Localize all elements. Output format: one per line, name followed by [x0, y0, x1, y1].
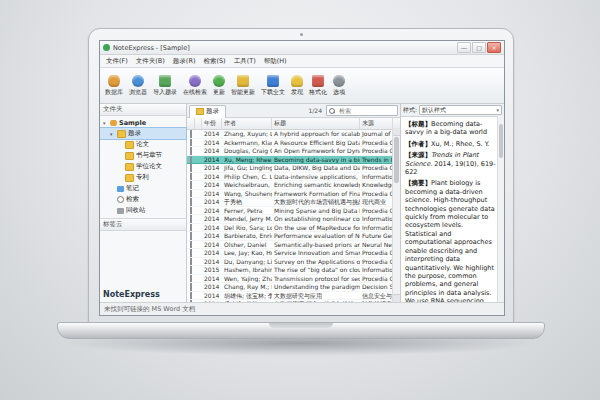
maximize-button[interactable]: □: [472, 42, 486, 53]
folder-tree-item[interactable]: ▾ Sample: [100, 117, 186, 128]
folder-tree-item[interactable]: 笔记: [100, 183, 186, 194]
style-dropdown-value: 默认样式: [422, 106, 446, 115]
toolbar-button[interactable]: 导入题录: [150, 69, 180, 102]
minimize-button[interactable]: —: [457, 42, 471, 53]
toolbar-button[interactable]: 发现: [288, 69, 306, 102]
toolbar-button[interactable]: 浏览器: [126, 69, 150, 102]
column-flag: [195, 118, 202, 129]
column-year[interactable]: 年份: [202, 118, 222, 129]
cell-doc: [187, 300, 195, 302]
toolbar-button[interactable]: 选项: [330, 69, 348, 102]
cell-doc: [187, 232, 195, 240]
folder-tree-item[interactable]: 回收站: [100, 205, 186, 216]
noteexpress-logo-icon: [103, 44, 110, 51]
column-author[interactable]: 作者: [222, 118, 272, 129]
tab-references[interactable]: 题录: [189, 105, 226, 118]
menu-item[interactable]: 文件(F): [102, 57, 132, 66]
cell-author: Lee, Jay; Kao, Hung...: [222, 249, 272, 257]
scroll-up-icon[interactable]: [393, 128, 400, 136]
table-row[interactable]: 2014 Chang, Ray M.; Ka... Understanding …: [187, 283, 393, 292]
close-button[interactable]: ×: [487, 42, 501, 53]
column-title[interactable]: 标题: [272, 118, 360, 129]
column-source[interactable]: 来源: [360, 118, 393, 129]
table-row[interactable]: 2015 Hashem, Ibrahim A... The rise of "b…: [187, 266, 393, 275]
document-icon: [190, 283, 192, 291]
scroll-down-icon[interactable]: [393, 294, 400, 302]
table-row[interactable]: 2014 Olsher, Daniel Semantically-based p…: [187, 241, 393, 250]
tree-expander-icon[interactable]: ▾: [103, 120, 108, 126]
toolbar-button[interactable]: 格式化: [306, 69, 330, 102]
menu-item[interactable]: 检索(S): [199, 57, 229, 66]
window-controls: — □ ×: [457, 42, 501, 53]
table-row[interactable]: 2014 Wang, Shusheng; Y... Framework Form…: [187, 190, 393, 199]
folder-tree-item[interactable]: ▾ 题录: [100, 128, 186, 139]
search-input[interactable]: [337, 106, 395, 115]
toolbar-button[interactable]: 更新: [210, 69, 228, 102]
menu-item[interactable]: 文件夹(B): [132, 57, 169, 66]
toolbar-icon: [237, 75, 249, 87]
cell-year: 2014: [202, 173, 222, 181]
document-icon: [190, 258, 192, 266]
table-row[interactable]: 2014 孟小峰; 慈祥 大数据管理:概念、技术与挑战 计算机研究...: [187, 300, 393, 302]
folder-tree-item[interactable]: 论文: [100, 139, 186, 150]
style-dropdown[interactable]: 默认样式 ▾: [419, 105, 502, 115]
cell-author: Du, Danyang; Li, A...: [222, 258, 272, 266]
reference-list-pane: 题录 1/24 年份: [187, 104, 400, 302]
toolbar-button[interactable]: 在线检索: [180, 69, 210, 102]
cell-title: The rise of "big data" on cloud computin…: [272, 266, 360, 274]
table-row[interactable]: 2014 Wen, Yajing; Zhan... Transmission p…: [187, 275, 393, 284]
folder-icon: [125, 141, 134, 149]
stage: NoteExpress - [Sample] — □ × 文件(F) 文件夹(B…: [0, 0, 600, 400]
table-row[interactable]: 2014 Del Rio, Sara; Lope... On the use o…: [187, 224, 393, 233]
menu-bar: 文件(F) 文件夹(B) 题录(R) 检索(S) 工具(T) 帮助(H): [100, 55, 504, 68]
result-counter: 1/24: [309, 107, 322, 114]
table-row[interactable]: 2014 于秀艳 大数据时代的市场营销机遇与挑战 现代商业: [187, 198, 393, 207]
toolbar-button[interactable]: 数据库: [102, 69, 126, 102]
table-row[interactable]: 2014 Zhang, Xuyun; Liu,... A hybrid appr…: [187, 130, 393, 139]
folder-tree-item[interactable]: 学位论文: [100, 161, 186, 172]
cell-doc: [187, 266, 195, 274]
table-row[interactable]: 2014 Philip Chen, C. L.;... Data-intensi…: [187, 173, 393, 182]
detail-scrollbar-thumb[interactable]: [499, 124, 503, 158]
table-row[interactable]: 2014 Barbierato, Enrico;... Performance …: [187, 232, 393, 241]
tree-expander-icon[interactable]: ▾: [110, 131, 115, 137]
document-icon: [190, 173, 192, 181]
folder-icon: [125, 174, 134, 182]
menu-item[interactable]: 工具(T): [230, 57, 260, 66]
folder-label: Sample: [119, 119, 146, 127]
list-scrollbar[interactable]: [392, 128, 400, 302]
document-icon: [190, 215, 192, 223]
menu-item[interactable]: 题录(R): [169, 57, 200, 66]
menu-item[interactable]: 帮助(H): [260, 57, 291, 66]
detail-scrollbar[interactable]: [497, 116, 504, 302]
document-icon: [190, 147, 192, 155]
cell-year: 2014: [202, 258, 222, 266]
cell-author: Philip Chen, C. L.;...: [222, 173, 272, 181]
table-row[interactable]: 2014 Ferner, Petra Mining Sparse and Big…: [187, 207, 393, 216]
cell-year: 2014: [202, 139, 222, 147]
toolbar-icon: [159, 75, 171, 87]
table-row[interactable]: 2014 Jifa, Gu; Lingling, Z... Data, DIKW…: [187, 164, 393, 173]
cell-flag: [195, 275, 202, 283]
folder-tree-item[interactable]: 检索: [100, 194, 186, 205]
cell-doc: [187, 241, 195, 249]
folder-tree-item[interactable]: 书与章节: [100, 150, 186, 161]
cell-title: A hybrid approach for scalable sub-tree …: [272, 130, 360, 138]
table-row[interactable]: 2014 胡雄伟; 张宝林; 李... 大数据研究与应用 信息安全与...: [187, 292, 393, 301]
table-row[interactable]: 2014 Ackermann, Klaus;... A Resource Eff…: [187, 139, 393, 148]
status-bar: 未找到可链接的 MS Word 文档: [100, 302, 504, 315]
cell-year: 2014: [202, 190, 222, 198]
table-row[interactable]: 2014 Lee, Jay; Kao, Hung... Service Inno…: [187, 249, 393, 258]
folder-tree-item[interactable]: 专利: [100, 172, 186, 183]
table-row[interactable]: 2014 Weichselbraun, A.;... Enriching sem…: [187, 181, 393, 190]
scrollbar-thumb[interactable]: [394, 137, 399, 183]
cell-author: Weichselbraun, A.;...: [222, 181, 272, 189]
toolbar-button[interactable]: 智能更新: [228, 69, 258, 102]
table-row[interactable]: 2014 Xu, Meng; Rhee, Se... Becoming data…: [187, 156, 393, 165]
table-row[interactable]: 2014 Douglas, Craig C. An Open Framework…: [187, 147, 393, 156]
cell-author: Wen, Yajing; Zhan...: [222, 275, 272, 283]
table-row[interactable]: 2014 Mendel, Jerry M.; K... On establish…: [187, 215, 393, 224]
toolbar-button-label: 浏览器: [129, 88, 147, 97]
toolbar-button[interactable]: 下载全文: [258, 69, 288, 102]
table-row[interactable]: 2014 Du, Danyang; Li, A... Survey on the…: [187, 258, 393, 267]
